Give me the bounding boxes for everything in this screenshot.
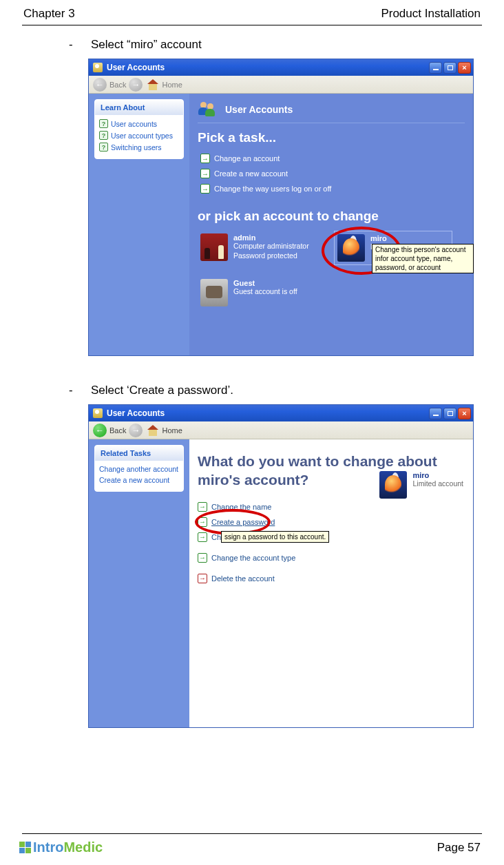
account-picture-icon: [379, 471, 407, 499]
sidebar-heading: Related Tasks: [95, 446, 183, 461]
bullet-text-2: Select ‘Create a password’.: [91, 384, 233, 397]
learn-about-item[interactable]: ?Switching users: [99, 141, 179, 153]
learn-about-item[interactable]: ?User accounts: [99, 118, 179, 129]
sidebar: Learn About ?User accounts ?User account…: [89, 94, 189, 355]
account-guest[interactable]: Guest Guest account is off: [198, 276, 316, 309]
logo-text-1: Intro: [33, 840, 63, 855]
back-label: Back: [109, 81, 126, 89]
account-role: Computer administrator: [233, 242, 309, 251]
pick-a-task-heading: Pick a task...: [198, 130, 465, 145]
help-icon: ?: [99, 143, 108, 152]
minimize-button[interactable]: [429, 408, 442, 419]
home-label: Home: [162, 426, 182, 435]
task-change-account[interactable]: →Change an account: [200, 151, 465, 166]
arrow-icon: →: [200, 154, 210, 163]
divider: [198, 123, 465, 123]
page-number: Page 57: [437, 841, 481, 855]
task-create-account[interactable]: →Create a new account: [200, 166, 465, 181]
top-rule: [22, 25, 482, 25]
arrow-icon: →: [198, 553, 207, 563]
bullet-text-1: Select “miro” account: [91, 38, 202, 52]
toolbar: ← Back → Home: [89, 76, 473, 94]
learn-about-item[interactable]: ?User account types: [99, 129, 179, 141]
sidebar-heading: Learn About: [95, 100, 183, 115]
account-status: Guest account is off: [233, 287, 297, 297]
bottom-rule: [22, 833, 482, 834]
account-picture-icon: [200, 279, 228, 306]
option-change-type[interactable]: →Change the account type: [198, 550, 465, 565]
option-delete-account[interactable]: →Delete the account: [198, 571, 465, 586]
maximize-button[interactable]: [443, 408, 456, 419]
tooltip: ssign a password to this account.: [221, 531, 329, 543]
logo-text-2: Medic: [63, 840, 103, 855]
chapter-label: Chapter 3: [23, 7, 75, 21]
toolbar: ← Back → Home: [89, 421, 473, 439]
home-label: Home: [162, 81, 182, 89]
close-button[interactable]: ×: [458, 62, 471, 74]
section-label: Product Installation: [381, 7, 481, 21]
main-panel: What do you want to change about miro's …: [189, 439, 473, 727]
arrow-icon: →: [198, 502, 207, 512]
screenshot-1-window: User Accounts × ← Back → Home Learn Abou: [88, 59, 474, 356]
user-accounts-icon: [93, 63, 103, 72]
close-button[interactable]: ×: [458, 408, 471, 419]
screenshot-2-window: User Accounts × ← Back → Home Related Ta: [88, 404, 474, 728]
sidebar: Related Tasks Change another account Cre…: [89, 439, 189, 727]
account-name: Guest: [233, 279, 297, 287]
titlebar[interactable]: User Accounts ×: [89, 405, 473, 421]
logo: IntroMedic: [19, 840, 103, 855]
back-button[interactable]: ←: [93, 78, 107, 92]
arrow-icon: →: [200, 184, 210, 194]
user-accounts-icon: [93, 408, 103, 418]
main-panel: User Accounts Pick a task... →Change an …: [189, 94, 473, 355]
maximize-button[interactable]: [443, 62, 456, 74]
delete-icon: →: [198, 574, 207, 583]
related-task-item[interactable]: Create a new account: [99, 475, 179, 486]
titlebar[interactable]: User Accounts ×: [89, 59, 473, 76]
account-picture-icon: [200, 233, 228, 261]
help-icon: ?: [99, 131, 108, 140]
account-miro: miro Limited account: [379, 471, 463, 499]
bullet-step-1: - Select “miro” account: [69, 38, 476, 52]
bullet-step-2: - Select ‘Create a password’.: [69, 384, 476, 397]
back-label: Back: [109, 426, 126, 435]
forward-button[interactable]: →: [129, 78, 143, 92]
forward-button[interactable]: →: [129, 424, 143, 437]
help-icon: ?: [99, 119, 108, 128]
logo-icon: [19, 842, 31, 853]
account-name: miro: [412, 471, 463, 479]
main-title: User Accounts: [225, 104, 293, 115]
related-task-item[interactable]: Change another account: [99, 463, 179, 475]
arrow-icon: →: [200, 169, 210, 178]
bullet-dash: -: [69, 38, 91, 52]
tooltip: Change this person's account infor accou…: [372, 244, 474, 273]
window-title: User Accounts: [107, 63, 165, 72]
account-role: Limited account: [412, 479, 463, 489]
home-icon[interactable]: [147, 425, 159, 436]
account-protected: Password protected: [233, 251, 309, 261]
minimize-button[interactable]: [429, 62, 442, 74]
arrow-icon: →: [198, 532, 207, 542]
window-title: User Accounts: [107, 408, 165, 418]
back-button[interactable]: ←: [93, 424, 107, 437]
bullet-dash: -: [69, 384, 91, 397]
account-name: admin: [233, 233, 309, 242]
users-icon: [198, 101, 218, 118]
task-change-logon[interactable]: →Change the way users log on or off: [200, 181, 465, 196]
home-icon[interactable]: [147, 79, 159, 90]
pick-account-heading: or pick an account to change: [198, 209, 465, 224]
account-admin[interactable]: admin Computer administrator Password pr…: [198, 231, 316, 265]
